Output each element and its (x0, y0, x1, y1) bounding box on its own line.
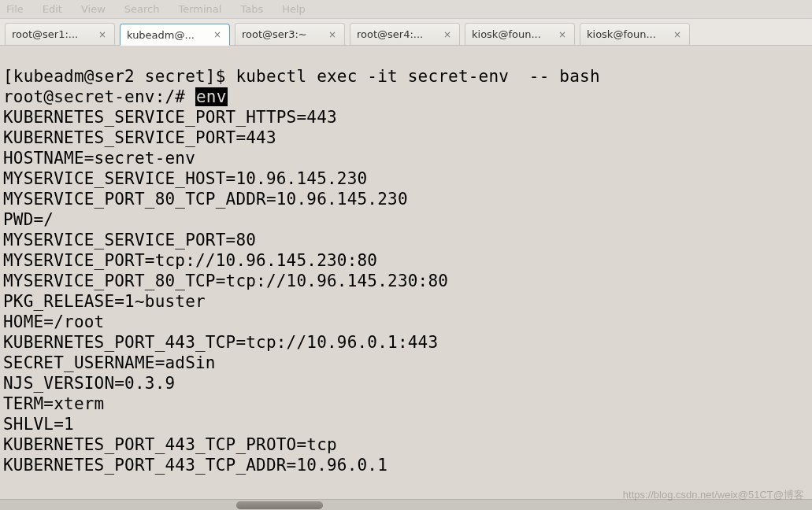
tab-label: kiosk@foun... (587, 28, 667, 40)
env-line: MYSERVICE_PORT=tcp://10.96.145.230:80 (3, 251, 377, 270)
tab-label: root@ser1:... (12, 28, 92, 40)
shell-command: kubectl exec -it secret-env -- bash (235, 67, 599, 86)
scrollbar-thumb[interactable] (236, 501, 323, 509)
close-icon[interactable]: × (97, 29, 108, 40)
env-line: HOME=/root (3, 312, 104, 331)
env-line: TERM=xterm (3, 394, 104, 413)
menu-view[interactable]: View (81, 3, 106, 15)
menu-help[interactable]: Help (282, 3, 306, 15)
tab-kubeadm[interactable]: kubeadm@... × (120, 24, 230, 46)
close-icon[interactable]: × (212, 29, 223, 40)
menu-bar: File Edit View Search Terminal Tabs Help (0, 0, 812, 19)
env-line: MYSERVICE_SERVICE_HOST=10.96.145.230 (3, 169, 367, 188)
tab-kiosk-2[interactable]: kiosk@foun... × (580, 23, 690, 45)
env-line: HOSTNAME=secret-env (3, 149, 195, 168)
tab-label: root@ser3:~ (242, 28, 322, 40)
env-line: MYSERVICE_PORT_80_TCP=tcp://10.96.145.23… (3, 272, 448, 290)
menu-file[interactable]: File (6, 3, 24, 15)
env-line: MYSERVICE_PORT_80_TCP_ADDR=10.96.145.230 (3, 190, 408, 209)
close-icon[interactable]: × (557, 29, 568, 40)
tab-label: kubeadm@... (127, 29, 207, 41)
close-icon[interactable]: × (327, 29, 338, 40)
horizontal-scrollbar[interactable] (0, 499, 812, 510)
env-line: KUBERNETES_PORT_443_TCP=tcp://10.96.0.1:… (3, 333, 438, 352)
env-line: KUBERNETES_SERVICE_PORT=443 (3, 128, 276, 147)
tab-label: root@ser4:... (357, 28, 437, 40)
env-line: NJS_VERSION=0.3.9 (3, 374, 175, 393)
env-line: MYSERVICE_SERVICE_PORT=80 (3, 231, 256, 249)
prompt-line-2: root@secret-env:/# env (3, 87, 228, 106)
menu-edit[interactable]: Edit (43, 3, 62, 15)
prompt-line-1: [kubeadm@ser2 secret]$ kubectl exec -it … (3, 67, 600, 86)
tab-bar: root@ser1:... × kubeadm@... × root@ser3:… (0, 19, 812, 46)
env-line: KUBERNETES_PORT_443_TCP_ADDR=10.96.0.1 (3, 456, 387, 475)
env-line: PKG_RELEASE=1~buster (3, 292, 206, 311)
env-line: KUBERNETES_SERVICE_PORT_HTTPS=443 (3, 108, 337, 127)
menu-tabs[interactable]: Tabs (240, 3, 263, 15)
shell-prompt: root@secret-env:/# (3, 87, 195, 106)
tab-ser3[interactable]: root@ser3:~ × (235, 23, 345, 45)
menu-terminal[interactable]: Terminal (178, 3, 221, 15)
tab-ser4[interactable]: root@ser4:... × (350, 23, 460, 45)
env-line: SECRET_USERNAME=adSin (3, 353, 216, 372)
terminal-window: File Edit View Search Terminal Tabs Help… (0, 0, 812, 510)
tab-label: kiosk@foun... (472, 28, 552, 40)
env-line: KUBERNETES_PORT_443_TCP_PROTO=tcp (3, 435, 337, 454)
close-icon[interactable]: × (672, 29, 683, 40)
shell-prompt: [kubeadm@ser2 secret]$ (3, 67, 235, 86)
env-line: PWD=/ (3, 210, 54, 229)
close-icon[interactable]: × (442, 29, 453, 40)
env-line: SHLVL=1 (3, 415, 74, 434)
tab-ser1[interactable]: root@ser1:... × (5, 23, 115, 45)
shell-command-highlight: env (195, 87, 228, 106)
tab-kiosk-1[interactable]: kiosk@foun... × (465, 23, 575, 45)
terminal-output[interactable]: [kubeadm@ser2 secret]$ kubectl exec -it … (0, 46, 812, 510)
menu-search[interactable]: Search (124, 3, 160, 15)
